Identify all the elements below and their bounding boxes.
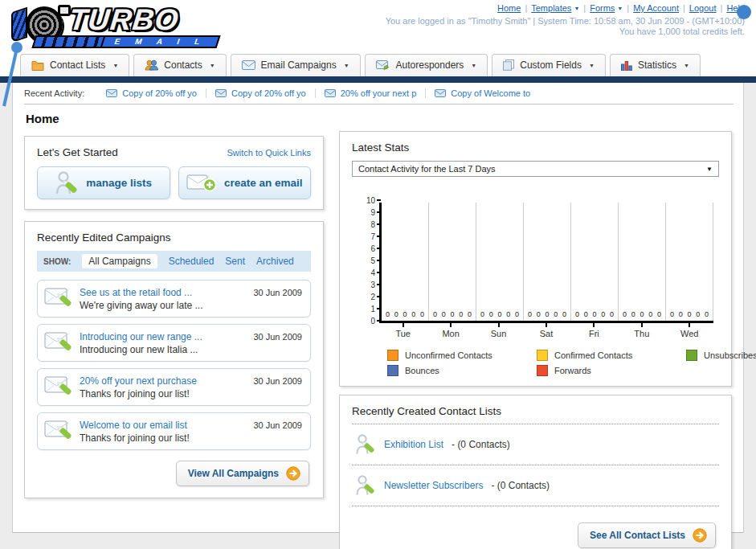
contact-list-items: Exhibition List- (0 Contacts)Newsletter … [352, 431, 719, 506]
small-envelope-icon [435, 89, 446, 97]
y-axis-tick-label: 0 [359, 317, 375, 326]
recent-activity-item[interactable]: Copy of Welcome to [425, 88, 539, 98]
tab-contact-lists[interactable]: Contact Lists▼ [20, 54, 129, 76]
chart-value-label: 0 [394, 310, 398, 318]
header-link-logout[interactable]: Logout [689, 3, 717, 13]
campaign-title-link[interactable]: Welcome to our email list [80, 420, 253, 431]
campaign-filters: All CampaignsScheduledSentArchived [82, 254, 293, 268]
chart-plot-area: 0123456789100000000000000000000000000000… [379, 203, 713, 323]
chart-value-label: 0 [506, 310, 510, 318]
legend-item: Unsubscribes [686, 350, 756, 361]
recent-activity-item[interactable]: Copy of 20% off yo [206, 88, 315, 98]
chart-value-label: 0 [648, 310, 652, 318]
chart-day-group: 00000 [619, 203, 666, 321]
switch-quick-links-link[interactable]: Switch to Quick Links [227, 148, 311, 158]
view-all-campaigns-button[interactable]: View All Campaigns [176, 461, 309, 486]
campaign-envelope-icon [44, 418, 80, 445]
y-axis-tick-label: 3 [359, 281, 375, 289]
stats-period-dropdown[interactable]: Contact Activity for the Last 7 Days ▼ [352, 161, 719, 177]
chart-value-label: 0 [403, 310, 407, 318]
contact-activity-chart: 0123456789100000000000000000000000000000… [379, 203, 719, 338]
y-axis-tick-label: 1 [359, 305, 375, 313]
campaign-list: See us at the retail food ...We're givin… [37, 280, 311, 450]
campaign-title-link[interactable]: Introducing our new range ... [80, 331, 253, 342]
tab-autoresponders[interactable]: Autoresponders▼ [365, 54, 488, 76]
filter-archived[interactable]: Archived [256, 256, 294, 267]
chevron-down-icon: ▼ [684, 63, 689, 68]
chart-value-label: 0 [592, 310, 596, 318]
recent-activity-item[interactable]: 20% off your next p [315, 88, 426, 98]
contact-list-detail: - (0 Contacts) [491, 480, 550, 491]
chart-value-label: 0 [433, 310, 437, 318]
chart-value-label: 0 [411, 310, 415, 318]
x-axis-day-label: Sun [475, 329, 522, 338]
chart-value-label: 0 [515, 310, 519, 318]
campaign-envelope-icon [44, 330, 80, 357]
tab-label: Contacts [164, 59, 202, 71]
x-axis-label: Wed [666, 323, 713, 338]
campaigns-title: Recently Edited Campaigns [37, 231, 311, 244]
chart-x-axis-labels: TueMonSunSatFriThuWed [379, 323, 713, 338]
chart-value-label: 0 [601, 310, 605, 318]
manage-lists-button[interactable]: manage lists [37, 166, 170, 199]
contact-list-name-link[interactable]: Newsletter Subscribers [384, 480, 483, 491]
campaign-date: 30 Jun 2009 [253, 376, 302, 386]
help-bubble-icon[interactable] [737, 5, 751, 19]
campaign-title-link[interactable]: See us at the retail food ... [80, 287, 253, 298]
campaign-subtitle: Thanks for joining our list! [80, 388, 253, 399]
header-link-forms[interactable]: Forms [590, 3, 615, 13]
chart-day-group: 00000 [429, 203, 476, 321]
contact-list-name-link[interactable]: Exhibition List [384, 439, 443, 450]
chart-value-label: 0 [696, 310, 700, 318]
header-link-my-account[interactable]: My Account [633, 3, 679, 13]
right-column: Latest Stats Contact Activity for the La… [339, 131, 732, 549]
see-all-contact-lists-button[interactable]: See All Contact Lists [578, 522, 716, 548]
small-envelope-icon [325, 89, 336, 97]
contact-lists-panel: Recently Created Contact Lists Exhibitio… [339, 395, 732, 549]
header-right: Home|Templates▼|Forms▼|My Account|Logout… [386, 3, 745, 36]
tab-email-campaigns[interactable]: Email Campaigns▼ [231, 54, 361, 76]
chart-value-label: 0 [670, 310, 674, 318]
chart-value-label: 0 [386, 310, 390, 318]
filter-scheduled[interactable]: Scheduled [169, 256, 215, 267]
recent-activity-label: Recent Activity: [24, 88, 84, 98]
header-link-templates[interactable]: Templates [531, 3, 571, 13]
tab-contacts[interactable]: Contacts▼ [133, 54, 226, 76]
legend-label: Bounces [405, 366, 439, 375]
x-axis-day-label: Fri [570, 329, 618, 338]
campaigns-panel: Recently Edited Campaigns SHOW: All Camp… [24, 221, 324, 498]
tab-statistics[interactable]: Statistics▼ [610, 54, 701, 76]
small-envelope-icon [106, 89, 117, 97]
y-axis-tick-label: 5 [359, 256, 375, 265]
latest-stats-panel: Latest Stats Contact Activity for the La… [339, 131, 732, 387]
chevron-down-icon: ▼ [617, 6, 623, 11]
header-link-home[interactable]: Home [497, 3, 521, 13]
chart-value-label: 0 [468, 310, 472, 318]
envelope-icon [242, 60, 255, 70]
create-an-email-button[interactable]: create an email [178, 166, 312, 199]
chart-value-label: 0 [450, 310, 454, 318]
contact-list-detail: - (0 Contacts) [452, 439, 510, 450]
recent-activity-item[interactable]: Copy of 20% off yo [97, 88, 206, 98]
left-column: Home Let's Get Started Switch to Quick L… [24, 104, 324, 549]
chart-value-label: 0 [562, 310, 566, 318]
chevron-down-icon: ▼ [706, 166, 713, 173]
filter-all-campaigns[interactable]: All Campaigns [82, 254, 157, 268]
chart-value-label: 0 [584, 310, 588, 318]
header-nav-links: Home|Templates▼|Forms▼|My Account|Logout… [386, 3, 745, 13]
barchart-icon [621, 60, 632, 71]
chart-value-label: 0 [489, 310, 493, 318]
small-person-pencil-icon [355, 474, 376, 497]
nav-separator: | [721, 3, 723, 13]
y-axis-tick-label: 2 [359, 293, 375, 301]
y-axis-tick-label: 7 [359, 232, 375, 241]
header: TURBO E M A I L Home|Templates▼|Forms▼|M… [0, 0, 756, 50]
filter-sent[interactable]: Sent [225, 256, 245, 267]
y-axis-tick-label: 8 [359, 220, 375, 229]
campaign-title-link[interactable]: 20% off your next purchase [80, 375, 253, 387]
get-started-panel: Let's Get Started Switch to Quick Links … [24, 136, 324, 210]
tab-custom-fields[interactable]: Custom Fields▼ [492, 54, 606, 76]
y-axis-tick-label: 10 [359, 196, 375, 205]
chart-value-label: 0 [537, 310, 541, 318]
campaign-envelope-icon [44, 285, 80, 313]
